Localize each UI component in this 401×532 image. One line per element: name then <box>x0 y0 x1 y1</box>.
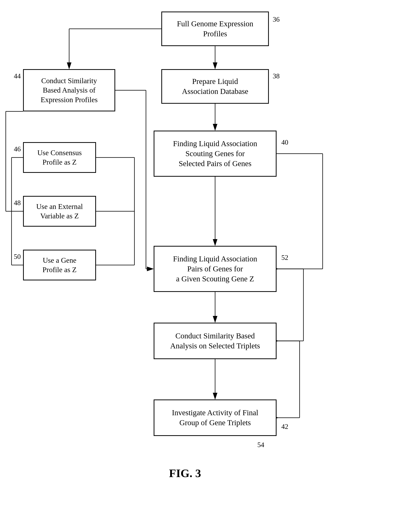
external-label: Use an ExternalVariable as Z <box>36 202 83 221</box>
full-genome-box: Full Genome Expression Profiles <box>161 12 269 46</box>
num-40: 40 <box>281 138 288 146</box>
num-38: 38 <box>273 72 280 80</box>
investigate-box: Investigate Activity of FinalGroup of Ge… <box>154 399 277 436</box>
finding-pairs-label: Finding Liquid AssociationPairs of Genes… <box>173 254 257 284</box>
num-50: 50 <box>14 253 21 261</box>
conduct-similarity-triplets-label: Conduct Similarity BasedAnalysis on Sele… <box>170 331 260 351</box>
conduct-similarity-expr-label: Conduct SimilarityBased Analysis ofExpre… <box>41 76 98 104</box>
prepare-liquid-label: Prepare LiquidAssociation Database <box>182 76 248 96</box>
fig-label: FIG. 3 <box>169 467 201 480</box>
consensus-label: Use ConsensusProfile as Z <box>37 148 82 167</box>
finding-pairs-box: Finding Liquid AssociationPairs of Genes… <box>154 246 277 292</box>
fig-label-text: FIG. 3 <box>169 467 201 480</box>
finding-scouting-label: Finding Liquid AssociationScouting Genes… <box>173 139 257 169</box>
external-box: Use an ExternalVariable as Z <box>23 196 96 227</box>
full-genome-label: Full Genome Expression Profiles <box>166 19 264 39</box>
num-44: 44 <box>14 72 21 80</box>
num-36: 36 <box>273 15 280 23</box>
num-46: 46 <box>14 145 21 153</box>
finding-scouting-box: Finding Liquid AssociationScouting Genes… <box>154 131 277 177</box>
num-42: 42 <box>281 423 288 431</box>
diagram-container: Full Genome Expression Profiles 36 Prepa… <box>0 0 401 532</box>
num-54: 54 <box>257 441 264 449</box>
investigate-label: Investigate Activity of FinalGroup of Ge… <box>172 408 258 428</box>
conduct-similarity-expr-box: Conduct SimilarityBased Analysis ofExpre… <box>23 69 115 111</box>
consensus-box: Use ConsensusProfile as Z <box>23 142 96 173</box>
gene-profile-label: Use a GeneProfile as Z <box>42 256 76 275</box>
gene-profile-box: Use a GeneProfile as Z <box>23 250 96 280</box>
conduct-similarity-triplets-box: Conduct Similarity BasedAnalysis on Sele… <box>154 323 277 359</box>
num-48: 48 <box>14 199 21 207</box>
prepare-liquid-box: Prepare LiquidAssociation Database <box>161 69 269 104</box>
num-52: 52 <box>281 253 288 262</box>
